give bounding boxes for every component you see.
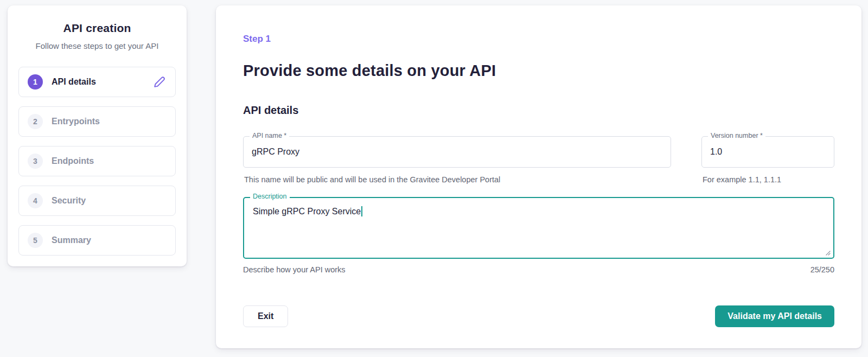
step-label: Endpoints — [52, 156, 94, 166]
step-item-summary[interactable]: 5 Summary — [18, 225, 176, 256]
actions-row: Exit Validate my API details — [243, 305, 834, 327]
char-counter: 25/250 — [810, 265, 834, 274]
step-eyebrow: Step 1 — [243, 34, 834, 44]
step-number-badge: 1 — [28, 74, 43, 90]
name-version-row: API name * This name will be public and … — [243, 136, 834, 184]
resize-handle-icon[interactable] — [824, 249, 831, 256]
validate-api-details-button[interactable]: Validate my API details — [715, 305, 834, 327]
step-label: Security — [52, 196, 86, 206]
step-list: 1 API details 2 Entrypoints 3 Endpoints … — [18, 67, 176, 256]
description-hint: Describe how your API works — [243, 265, 346, 274]
api-name-field-outline: API name * — [243, 136, 671, 168]
version-input[interactable] — [702, 137, 834, 167]
step-label: Entrypoints — [52, 117, 100, 126]
step-label: Summary — [52, 235, 91, 245]
page-title: Provide some details on your API — [243, 62, 834, 80]
section-title: API details — [243, 104, 834, 117]
api-name-label: API name * — [250, 132, 289, 139]
api-name-input[interactable] — [244, 137, 671, 167]
description-meta-row: Describe how your API works 25/250 — [243, 265, 834, 274]
description-value: Simple gRPC Proxy Service — [253, 207, 361, 216]
step-item-endpoints[interactable]: 3 Endpoints — [18, 146, 176, 176]
panel-subtitle: Follow these steps to get your API — [18, 41, 176, 50]
panel-title: API creation — [18, 22, 176, 35]
step-item-security[interactable]: 4 Security — [18, 186, 176, 216]
step-number-badge: 4 — [28, 193, 43, 208]
step-item-entrypoints[interactable]: 2 Entrypoints — [18, 106, 176, 137]
version-column: Version number * For example 1.1, 1.1.1 — [701, 136, 834, 184]
version-hint: For example 1.1, 1.1.1 — [701, 175, 834, 184]
version-label: Version number * — [708, 132, 765, 139]
description-textarea[interactable]: Description Simple gRPC Proxy Service — [243, 197, 834, 259]
api-name-column: API name * This name will be public and … — [243, 136, 671, 184]
text-caret — [361, 206, 362, 216]
version-field-outline: Version number * — [701, 136, 834, 168]
step-number-badge: 3 — [28, 154, 43, 169]
step-item-api-details[interactable]: 1 API details — [18, 67, 176, 97]
exit-button[interactable]: Exit — [243, 305, 288, 327]
step-content-panel: Step 1 Provide some details on your API … — [216, 5, 861, 348]
api-creation-stepper-panel: API creation Follow these steps to get y… — [8, 5, 187, 266]
step-label: API details — [52, 77, 96, 87]
step-number-badge: 5 — [28, 233, 43, 248]
pencil-icon[interactable] — [152, 75, 167, 90]
step-number-badge: 2 — [28, 114, 43, 129]
description-label: Description — [250, 193, 290, 200]
api-name-hint: This name will be public and will be use… — [243, 175, 671, 184]
